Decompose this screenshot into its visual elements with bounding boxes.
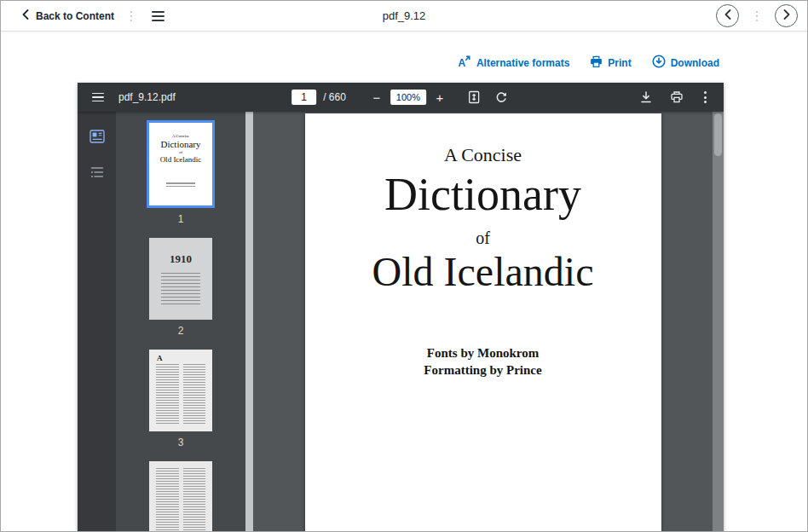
back-to-content-link[interactable]: Back to Content	[22, 9, 114, 22]
pdf-body: A Concise Dictionary of Old Icelandic 1 …	[78, 112, 724, 532]
title-line-concise: A Concise	[305, 113, 661, 166]
chevron-left-icon	[724, 9, 731, 22]
credit-formatting: Formatting by Prince	[305, 362, 661, 379]
zoom-level[interactable]: 100%	[390, 90, 426, 105]
download-link[interactable]: Download	[652, 55, 719, 71]
pdf-toolbar: pdf_9.12.pdf / 660 − 100% +	[78, 83, 724, 112]
thumb2-text-lines	[161, 273, 200, 305]
sidebar-icon-strip	[78, 112, 116, 532]
thumbnail-panel: A Concise Dictionary of Old Icelandic 1 …	[116, 112, 253, 532]
alternative-formats-link[interactable]: A Alternative formats	[458, 55, 569, 71]
thumbnails-view-icon[interactable]	[88, 129, 107, 144]
top-bar: Back to Content pdf_9.12	[1, 1, 807, 32]
thumb2-title: 1910	[149, 252, 212, 266]
download-icon[interactable]	[638, 89, 655, 106]
thumbnail-label-3: 3	[178, 437, 184, 448]
credit-fonts: Fonts by Monokrom	[305, 345, 661, 362]
dotted-divider	[130, 11, 132, 21]
dotted-divider	[756, 11, 758, 21]
thumbnail-label-1: 1	[178, 213, 184, 225]
print-icon	[590, 55, 603, 71]
thumb1-text: A Concise	[149, 134, 212, 138]
page-title: pdf_9.12	[383, 9, 426, 22]
zoom-out-button[interactable]: −	[368, 89, 385, 106]
thumbnail-page-1[interactable]: A Concise Dictionary of Old Icelandic	[147, 120, 215, 208]
pdf-viewer: pdf_9.12.pdf / 660 − 100% +	[78, 83, 724, 532]
more-options-icon[interactable]	[699, 90, 712, 105]
print-icon[interactable]	[668, 89, 685, 106]
previous-topic-button[interactable]	[716, 4, 739, 27]
thumb1-text: Old Icelandic	[149, 155, 212, 164]
title-line-of: of	[305, 228, 661, 248]
download-label: Download	[671, 57, 719, 69]
thumb4-text-columns	[149, 461, 212, 532]
pdf-page-1: A Concise Dictionary of Old Icelandic Fo…	[305, 113, 661, 532]
thumb3-letter: A	[157, 354, 212, 362]
thumb1-text: of	[149, 150, 212, 154]
sidebar-toggle-icon[interactable]	[89, 90, 107, 105]
alternative-formats-label: Alternative formats	[476, 57, 569, 69]
chevron-right-icon	[783, 9, 790, 22]
thumb1-text: Dictionary	[149, 139, 212, 149]
thumbnail-label-2: 2	[178, 325, 184, 337]
alternative-formats-icon: A	[458, 55, 471, 71]
thumb1-credit-lines	[149, 182, 212, 187]
title-line-old-icelandic: Old Icelandic	[305, 252, 661, 292]
thumbnail-page-2[interactable]: 1910	[149, 238, 212, 320]
next-topic-button[interactable]	[775, 4, 798, 27]
document-actions: A Alternative formats Print	[458, 55, 719, 71]
document-view: A Concise Dictionary of Old Icelandic Fo…	[253, 112, 713, 532]
thumbnail-page-4[interactable]	[149, 461, 212, 532]
thumb3-text-columns	[149, 364, 212, 425]
chevron-left-icon	[22, 9, 29, 22]
zoom-in-button[interactable]: +	[431, 89, 448, 106]
rotate-icon[interactable]	[493, 89, 510, 106]
page-number-input[interactable]	[291, 90, 316, 105]
back-to-content-label: Back to Content	[36, 10, 114, 22]
document-outline-icon[interactable]	[88, 165, 107, 180]
menu-icon[interactable]	[148, 8, 168, 25]
svg-text:A: A	[458, 57, 465, 69]
page-total-label: / 660	[323, 91, 346, 103]
thumbnail-panel-scrollbar[interactable]	[245, 112, 253, 532]
print-label: Print	[608, 57, 631, 69]
download-icon	[652, 55, 666, 71]
print-link[interactable]: Print	[590, 55, 631, 71]
title-line-dictionary: Dictionary	[305, 171, 661, 217]
topic-navigation	[716, 4, 798, 27]
content-viewer-window: Back to Content pdf_9.12 A	[0, 0, 808, 532]
pdf-filename: pdf_9.12.pdf	[118, 91, 176, 103]
document-scrollbar[interactable]	[713, 112, 724, 532]
fit-page-icon[interactable]	[465, 89, 482, 106]
thumbnail-page-3[interactable]: A	[149, 350, 212, 431]
scrollbar-thumb[interactable]	[714, 113, 722, 156]
